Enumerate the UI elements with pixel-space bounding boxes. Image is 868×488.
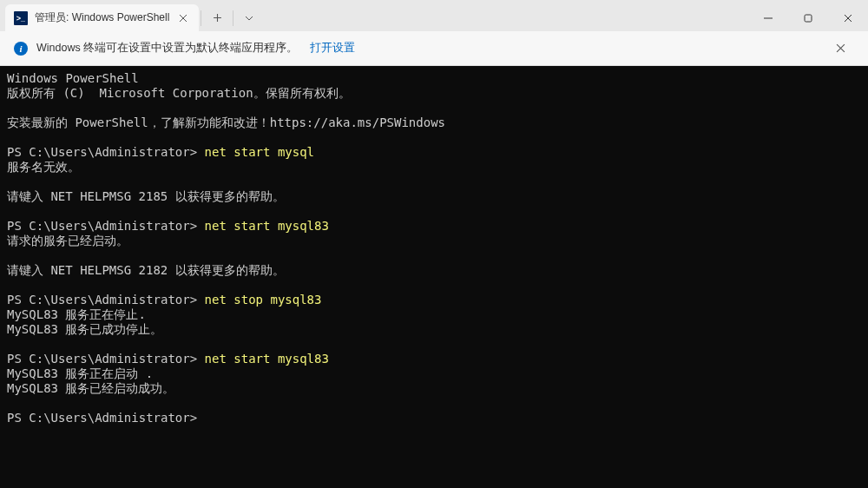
svg-rect-0 [805,15,812,22]
close-button[interactable] [828,4,868,31]
terminal-line: MySQL83 服务已成功停止。 [7,322,162,336]
infobar-close-button[interactable] [826,35,854,63]
command: net start mysql [205,145,314,159]
tab-title: 管理员: Windows PowerShell [35,10,169,25]
powershell-icon: >_ [14,11,28,25]
tab-divider [233,10,233,26]
terminal-line: 服务名无效。 [7,160,80,174]
prompt: PS C:\Users\Administrator> [7,293,197,307]
prompt: PS C:\Users\Administrator> [7,352,197,366]
terminal-line: MySQL83 服务正在停止. [7,307,146,321]
new-tab-button[interactable] [203,4,231,31]
titlebar: >_ 管理员: Windows PowerShell [0,0,868,31]
terminal-line: 版权所有 (C) Microsoft Corporation。保留所有权利。 [7,86,351,100]
tab-divider [201,10,201,26]
command: net start mysql83 [205,352,329,366]
tab-actions [199,4,263,31]
infobar-text: Windows 终端可在设置中设置为默认终端应用程序。 [36,41,298,56]
infobar: i Windows 终端可在设置中设置为默认终端应用程序。 打开设置 [0,31,868,66]
info-icon: i [14,42,28,56]
terminal-line: 请键入 NET HELPMSG 2182 以获得更多的帮助。 [7,263,285,277]
terminal-line: 请键入 NET HELPMSG 2185 以获得更多的帮助。 [7,189,285,203]
open-settings-link[interactable]: 打开设置 [310,41,355,56]
command: net start mysql83 [205,219,329,233]
maximize-button[interactable] [788,4,828,31]
prompt: PS C:\Users\Administrator> [7,219,197,233]
tab-dropdown-button[interactable] [235,4,263,31]
terminal-line: MySQL83 服务正在启动 . [7,366,153,380]
terminal-line: MySQL83 服务已经启动成功。 [7,381,174,395]
tab-close-button[interactable] [176,11,190,25]
prompt: PS C:\Users\Administrator> [7,145,197,159]
terminal-line: Windows PowerShell [7,71,139,85]
terminal-output[interactable]: Windows PowerShell 版权所有 (C) Microsoft Co… [0,66,868,488]
terminal-line: 安装最新的 PowerShell，了解新功能和改进！https://aka.ms… [7,115,445,129]
window-controls [748,4,868,31]
prompt: PS C:\Users\Administrator> [7,411,197,425]
tab-powershell[interactable]: >_ 管理员: Windows PowerShell [5,4,199,31]
command: net stop mysql83 [205,293,322,307]
minimize-button[interactable] [748,4,788,31]
terminal-line: 请求的服务已经启动。 [7,234,128,247]
